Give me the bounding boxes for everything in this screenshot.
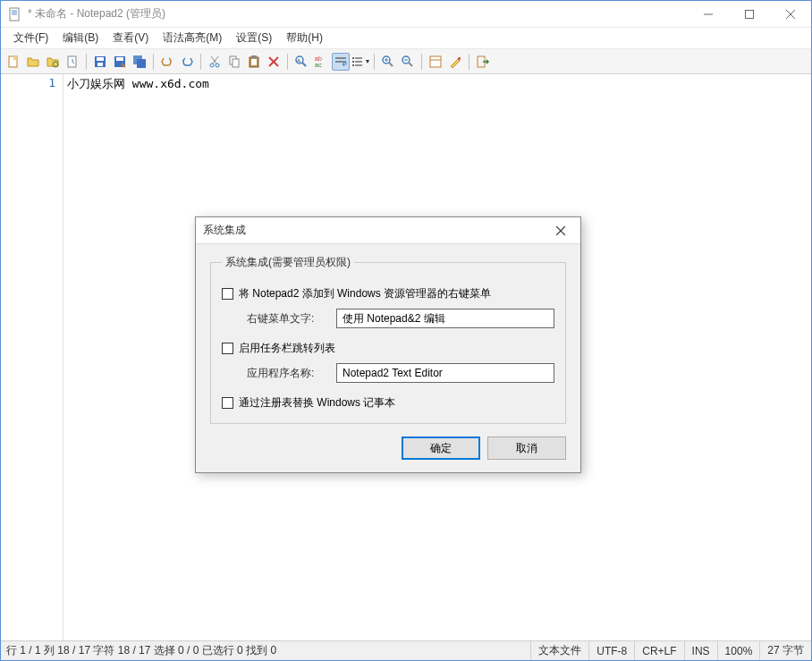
menu-settings[interactable]: 设置(S) [229,29,279,47]
new-file-icon[interactable] [4,53,22,71]
context-menu-row: 将 Notepad2 添加到 Windows 资源管理器的右键菜单 [222,286,554,301]
dialog-title: 系统集成 [203,223,548,238]
svg-text:ab: ab [315,55,322,62]
dialog-body: 系统集成(需要管理员权限) 将 Notepad2 添加到 Windows 资源管… [196,244,580,472]
close-button[interactable] [770,1,811,28]
save-as-icon[interactable] [111,53,129,71]
jumplist-label: 启用任务栏跳转列表 [239,341,335,356]
menu-syntax[interactable]: 语法高亮(M) [156,29,229,47]
cut-icon[interactable] [206,53,224,71]
menu-view[interactable]: 查看(V) [106,29,156,47]
svg-rect-9 [13,56,17,60]
text-line: 小刀娱乐网 www.x6d.com [67,77,209,90]
jumplist-checkbox[interactable] [222,343,233,354]
separator [86,54,87,70]
jumplist-row: 启用任务栏跳转列表 [222,341,554,356]
dialog-close-button[interactable] [548,221,573,241]
word-wrap-icon[interactable] [332,53,350,71]
cancel-button[interactable]: 取消 [487,436,566,460]
separator [287,54,288,70]
ok-button[interactable]: 确定 [402,436,480,460]
appname-input[interactable] [336,363,554,383]
menu-help[interactable]: 帮助(H) [279,29,330,47]
svg-rect-52 [458,57,461,60]
minimize-button[interactable] [688,1,729,28]
separator [469,54,469,70]
menubar: 文件(F) 编辑(B) 查看(V) 语法高亮(M) 设置(S) 帮助(H) [1,28,811,49]
svg-rect-13 [97,57,104,61]
replace-notepad-row: 通过注册表替换 Windows 记事本 [222,395,554,411]
svg-rect-27 [251,55,257,58]
svg-point-41 [352,61,354,63]
redo-icon[interactable] [178,53,196,71]
separator [421,54,422,70]
context-menu-label: 将 Notepad2 添加到 Windows 资源管理器的右键菜单 [239,286,491,301]
undo-icon[interactable] [158,53,176,71]
list-icon[interactable]: ▾ [351,53,369,71]
svg-text:ac: ac [315,62,322,68]
maximize-button[interactable] [729,1,770,28]
delete-icon[interactable] [265,53,283,71]
dialog-titlebar: 系统集成 [196,217,580,244]
replace-notepad-checkbox[interactable] [222,397,233,409]
paste-icon[interactable] [245,53,263,71]
svg-rect-14 [97,63,103,66]
separator [200,54,201,70]
zoom-out-icon[interactable] [399,53,417,71]
menu-file[interactable]: 文件(F) [6,29,55,47]
find-icon[interactable]: A [292,53,310,71]
status-eol[interactable]: CR+LF [634,641,683,660]
separator [374,54,375,70]
close-icon [556,226,565,235]
svg-line-48 [409,63,412,66]
context-text-row: 右键菜单文字: [222,309,554,328]
context-text-input[interactable] [336,309,554,328]
fieldset-legend: 系统集成(需要管理员权限) [222,255,354,270]
context-menu-checkbox[interactable] [222,288,233,300]
status-filetype[interactable]: 文本文件 [530,641,588,660]
svg-point-40 [352,57,354,59]
zoom-in-icon[interactable] [379,53,397,71]
status-position: 行 1 / 1 列 18 / 17 字符 18 / 17 选择 0 / 0 已选… [1,643,530,658]
menu-edit[interactable]: 编辑(B) [55,29,106,47]
system-integration-dialog: 系统集成 系统集成(需要管理员权限) 将 Notepad2 添加到 Window… [195,216,581,473]
window-title: * 未命名 - Notepad2 (管理员) [28,6,688,21]
integration-fieldset: 系统集成(需要管理员权限) 将 Notepad2 添加到 Windows 资源管… [210,255,566,424]
svg-rect-5 [746,10,754,18]
line-gutter: 1 [1,74,63,640]
scheme-icon[interactable] [427,53,444,71]
status-zoom[interactable]: 100% [717,641,760,660]
svg-line-31 [302,63,306,66]
svg-rect-16 [116,57,123,61]
dialog-buttons: 确定 取消 [210,436,566,460]
separator [153,54,154,70]
customize-icon[interactable] [446,53,464,71]
svg-line-44 [389,63,393,66]
copy-icon[interactable] [225,53,243,71]
save-copy-icon[interactable] [131,53,148,71]
recent-icon[interactable] [63,53,81,71]
svg-point-19 [210,64,214,67]
status-size: 27 字节 [759,641,811,660]
toolbar: A abac ▾ [1,49,811,74]
appname-label: 应用程序名称: [247,366,336,381]
appname-row: 应用程序名称: [222,363,554,383]
open-file-icon[interactable] [24,53,42,71]
save-icon[interactable] [91,53,109,71]
replace-notepad-label: 通过注册表替换 Windows 记事本 [239,395,395,411]
status-mode[interactable]: INS [684,641,717,660]
svg-text:A: A [297,58,300,64]
svg-point-20 [216,64,219,67]
status-encoding[interactable]: UTF-8 [588,641,634,660]
svg-rect-24 [233,59,239,67]
svg-rect-50 [430,56,441,67]
replace-icon[interactable]: abac [312,53,330,71]
statusbar: 行 1 / 1 列 18 / 17 字符 18 / 17 选择 0 / 0 已选… [1,640,811,660]
svg-rect-26 [251,59,257,65]
svg-point-42 [352,64,354,66]
app-icon [8,7,22,21]
context-text-label: 右键菜单文字: [247,311,336,326]
titlebar: * 未命名 - Notepad2 (管理员) [1,1,811,28]
browse-icon[interactable] [44,53,62,71]
exit-icon[interactable] [474,53,492,71]
